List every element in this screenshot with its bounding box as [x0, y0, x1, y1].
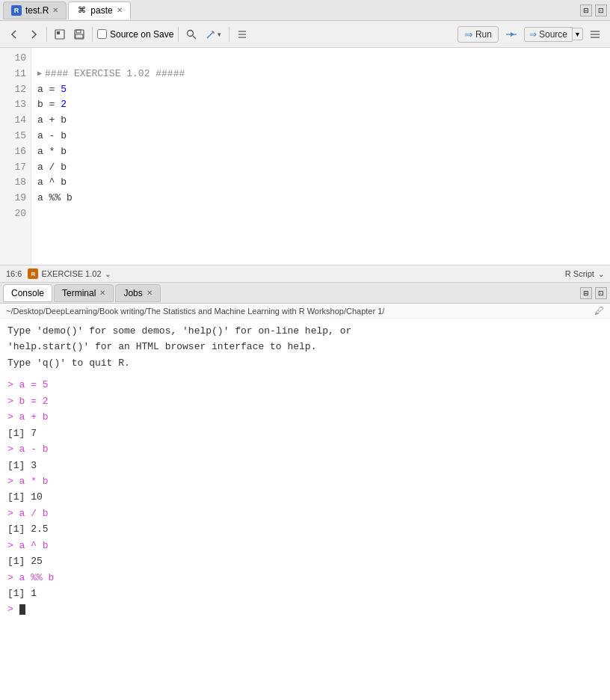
- script-type: R Script: [565, 269, 594, 278]
- console-tabs: Console Terminal ✕ Jobs ✕: [3, 284, 161, 302]
- code-line-13: b = 2: [37, 97, 604, 113]
- show-in-pane-button[interactable]: [52, 28, 68, 41]
- tab-test-r-label: test.R: [25, 5, 49, 16]
- line-numbers: 10 11 12 13 14 15 16 17 18 19 20: [0, 48, 31, 265]
- editor-tab-bar: R test.R ✕ ⌘ paste ✕ ⊟ ⊡: [0, 0, 610, 21]
- code-line-12: a = 5: [37, 82, 604, 98]
- toolbar-sep-4: [229, 27, 229, 42]
- save-button[interactable]: [71, 28, 87, 41]
- console-area: ~/Desktop/DeepLearning/Book writing/The …: [0, 304, 610, 700]
- run-arrow-icon: ⇒: [464, 28, 473, 40]
- source-dropdown-button[interactable]: ▾: [573, 28, 583, 40]
- tab-test-r-close[interactable]: ✕: [52, 6, 58, 14]
- source-on-save-input[interactable]: [97, 29, 107, 39]
- console-cursor: [19, 604, 25, 615]
- code-line-14: a + b: [37, 113, 604, 129]
- jobs-tab-close[interactable]: ✕: [147, 289, 152, 297]
- console-intro-2: 'help.start()' for an HTML browser inter…: [7, 339, 603, 354]
- console-path-bar: ~/Desktop/DeepLearning/Book writing/The …: [0, 304, 610, 319]
- minimize-button[interactable]: ⊟: [580, 4, 592, 16]
- toolbar-sep-2: [92, 27, 93, 42]
- clear-console-icon[interactable]: 🖊: [594, 305, 604, 316]
- console-tab-bar: Console Terminal ✕ Jobs ✕ ⊟ ⊡: [0, 283, 610, 304]
- source-arrow-icon: ⇒: [529, 29, 537, 40]
- code-line-18: a ^ b: [37, 175, 604, 191]
- cursor-position: 16:6: [6, 269, 22, 278]
- source-btn-group: ⇒ Source ▾: [524, 27, 583, 42]
- working-directory-path: ~/Desktop/DeepLearning/Book writing/The …: [6, 307, 384, 316]
- maximize-button[interactable]: ⊡: [595, 4, 607, 16]
- back-button[interactable]: [6, 28, 22, 41]
- svg-rect-1: [57, 31, 60, 34]
- script-dropdown-icon[interactable]: ⌄: [105, 270, 111, 278]
- wand-button[interactable]: ▾: [203, 28, 224, 41]
- tab-list: R test.R ✕ ⌘ paste ✕: [3, 1, 131, 19]
- paste-icon: ⌘: [76, 5, 87, 16]
- console-result-7: [1] 7: [7, 426, 603, 441]
- script-name: EXERCISE 1.02: [41, 269, 101, 278]
- console-cmd-amodular: > a %% b: [7, 570, 603, 586]
- editor-toolbar: Source on Save ▾ ⇒ Run ⇒ Source: [0, 21, 610, 48]
- script-badge: R EXERCISE 1.02 ⌄: [28, 268, 110, 279]
- console-cmd-a5: > a = 5: [7, 377, 603, 393]
- terminal-tab-label: Terminal: [62, 288, 96, 298]
- code-line-15: a - b: [37, 129, 604, 144]
- code-comment-11: #### EXERCISE 1.02 #####: [45, 67, 185, 82]
- tab-paste-label: paste: [90, 5, 112, 16]
- console-gt-symbol: >: [7, 604, 13, 615]
- console-maximize-button[interactable]: ⊡: [595, 287, 607, 299]
- source-on-save-checkbox[interactable]: Source on Save: [97, 29, 173, 40]
- list-view-button[interactable]: [234, 28, 250, 41]
- rstudio-editor: R test.R ✕ ⌘ paste ✕ ⊟ ⊡: [0, 0, 610, 700]
- console-window-controls: ⊟ ⊡: [580, 287, 607, 299]
- re-run-button[interactable]: [502, 28, 521, 41]
- console-cmd-apowb: > a ^ b: [7, 538, 603, 553]
- run-button[interactable]: ⇒ Run: [458, 26, 499, 43]
- code-line-19: a %% b: [37, 191, 604, 206]
- source-on-save-label: Source on Save: [110, 29, 173, 40]
- console-cmd-b2: > b = 2: [7, 393, 603, 409]
- code-line-10: [37, 51, 604, 67]
- console-result-25: [1] 2.5: [7, 521, 603, 537]
- code-lines[interactable]: ▶ #### EXERCISE 1.02 ##### a = 5 b = 2 a…: [31, 48, 610, 265]
- console-result-25b: [1] 25: [7, 553, 603, 569]
- console-intro-3: Type 'q()' to quit R.: [7, 355, 603, 371]
- console-prompt-line[interactable]: >: [7, 601, 603, 617]
- tab-terminal[interactable]: Terminal ✕: [54, 284, 114, 302]
- source-label: Source: [539, 29, 567, 40]
- jobs-tab-label: Jobs: [123, 288, 142, 298]
- source-button[interactable]: ⇒ Source: [524, 27, 573, 42]
- tab-paste-close[interactable]: ✕: [117, 6, 123, 14]
- status-bar: 16:6 R EXERCISE 1.02 ⌄ R Script ⌄: [0, 265, 610, 283]
- code-line-17: a / b: [37, 160, 604, 176]
- console-result-10: [1] 10: [7, 489, 603, 505]
- code-editor[interactable]: 10 11 12 13 14 15 16 17 18 19 20 ▶ #### …: [0, 48, 610, 265]
- tab-paste[interactable]: ⌘ paste ✕: [68, 1, 130, 19]
- r-file-icon: R: [11, 5, 22, 16]
- status-left: 16:6 R EXERCISE 1.02 ⌄: [6, 268, 111, 279]
- console-output[interactable]: Type 'demo()' for some demos, 'help()' f…: [0, 319, 610, 700]
- console-cmd-amulb: > a * b: [7, 473, 603, 489]
- forward-button[interactable]: [25, 28, 42, 41]
- search-button[interactable]: [183, 28, 200, 41]
- line-marker-11: ▶: [37, 68, 42, 80]
- code-line-11: ▶ #### EXERCISE 1.02 #####: [37, 67, 604, 82]
- run-label: Run: [475, 29, 492, 40]
- console-cmd-aplusb: > a + b: [7, 409, 603, 425]
- menu-button[interactable]: [586, 28, 604, 41]
- status-right: R Script ⌄: [565, 269, 604, 278]
- code-line-20: [37, 206, 604, 222]
- console-cmd-adivb: > a / b: [7, 506, 603, 521]
- svg-point-5: [188, 30, 194, 36]
- script-type-dropdown[interactable]: ⌄: [598, 270, 604, 278]
- console-minimize-button[interactable]: ⊟: [580, 287, 592, 299]
- tab-test-r[interactable]: R test.R ✕: [3, 1, 67, 19]
- tab-jobs[interactable]: Jobs ✕: [115, 284, 160, 302]
- console-result-3: [1] 3: [7, 458, 603, 473]
- console-result-1: [1] 1: [7, 586, 603, 601]
- toolbar-right-group: ⇒ Run ⇒ Source ▾: [458, 26, 604, 43]
- console-tab-label: Console: [11, 288, 44, 298]
- terminal-tab-close[interactable]: ✕: [99, 289, 105, 297]
- window-controls: ⊟ ⊡: [580, 4, 607, 16]
- tab-console[interactable]: Console: [3, 284, 52, 302]
